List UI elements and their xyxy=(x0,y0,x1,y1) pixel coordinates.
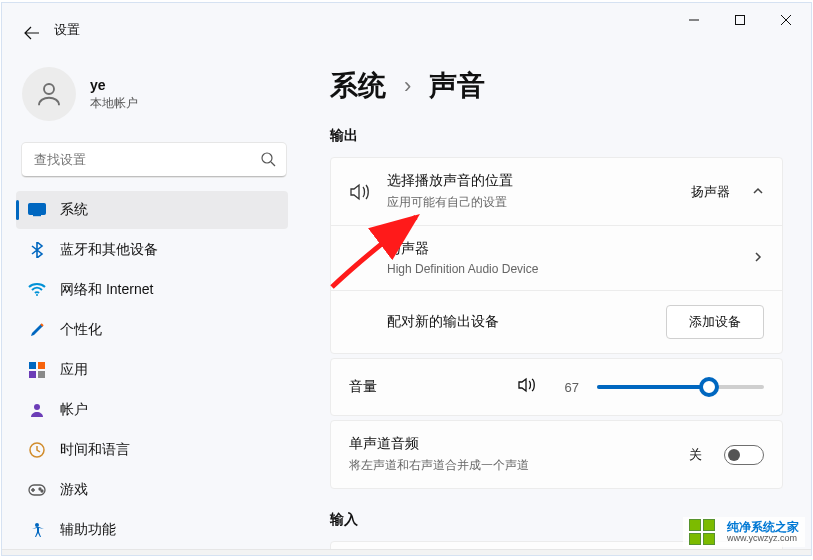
profile-block[interactable]: ye 本地帐户 xyxy=(16,55,292,139)
profile-name: ye xyxy=(90,77,138,93)
nav-item-gaming[interactable]: 游戏 xyxy=(16,471,288,509)
bluetooth-icon xyxy=(28,241,46,259)
output-choose-row[interactable]: 选择播放声音的位置 应用可能有自己的设置 扬声器 xyxy=(331,158,782,225)
nav-item-accounts[interactable]: 帐户 xyxy=(16,391,288,429)
breadcrumb: 系统 › 声音 xyxy=(330,67,783,105)
svg-point-15 xyxy=(35,523,39,527)
minimize-button[interactable] xyxy=(671,4,717,36)
breadcrumb-root[interactable]: 系统 xyxy=(330,67,386,105)
speaker-icon[interactable] xyxy=(517,377,537,397)
output-selected-value: 扬声器 xyxy=(691,183,730,201)
nav-label: 游戏 xyxy=(60,481,88,499)
row-title: 配对新的输出设备 xyxy=(387,313,650,331)
svg-point-14 xyxy=(41,490,43,492)
nav-item-time[interactable]: 时间和语言 xyxy=(16,431,288,469)
back-button[interactable] xyxy=(22,23,42,43)
nav-item-bluetooth[interactable]: 蓝牙和其他设备 xyxy=(16,231,288,269)
nav-label: 时间和语言 xyxy=(60,441,130,459)
svg-point-1 xyxy=(44,84,54,94)
row-title: 扬声器 xyxy=(387,240,736,258)
main-content: 系统 › 声音 输出 选择播放声音的位置 应用可能有自己的设置 扬声器 xyxy=(302,37,811,555)
volume-row: 音量 67 xyxy=(331,359,782,415)
row-title: 选择播放声音的位置 xyxy=(387,172,675,190)
watermark-url: www.ycwzyz.com xyxy=(727,533,799,543)
nav-label: 蓝牙和其他设备 xyxy=(60,241,158,259)
row-subtitle: 应用可能有自己的设置 xyxy=(387,194,675,211)
breadcrumb-page: 声音 xyxy=(429,67,485,105)
wifi-icon xyxy=(28,281,46,299)
nav-item-system[interactable]: 系统 xyxy=(16,191,288,229)
avatar xyxy=(22,67,76,121)
svg-point-2 xyxy=(262,153,272,163)
watermark: 纯净系统之家 www.ycwzyz.com xyxy=(683,517,805,547)
row-title: 单声道音频 xyxy=(349,435,673,453)
svg-rect-6 xyxy=(29,362,36,369)
volume-label: 音量 xyxy=(349,378,499,396)
chevron-right-icon: › xyxy=(404,73,411,99)
nav-label: 个性化 xyxy=(60,321,102,339)
mono-audio-row: 单声道音频 将左声道和右声道合并成一个声道 关 xyxy=(331,421,782,488)
row-subtitle: 将左声道和右声道合并成一个声道 xyxy=(349,457,673,474)
nav-label: 辅助功能 xyxy=(60,521,116,539)
output-section-label: 输出 xyxy=(330,127,783,145)
svg-rect-7 xyxy=(38,362,45,369)
svg-rect-4 xyxy=(33,215,41,216)
svg-rect-3 xyxy=(29,204,46,215)
nav-item-network[interactable]: 网络和 Internet xyxy=(16,271,288,309)
close-button[interactable] xyxy=(763,4,809,36)
svg-point-5 xyxy=(36,294,38,296)
svg-point-10 xyxy=(34,404,40,410)
pair-output-row: 配对新的输出设备 添加设备 xyxy=(331,290,782,353)
watermark-text: 纯净系统之家 xyxy=(727,521,799,533)
window-title: 设置 xyxy=(54,21,80,39)
taskbar xyxy=(2,549,811,555)
nav-item-accessibility[interactable]: 辅助功能 xyxy=(16,511,288,549)
svg-point-13 xyxy=(39,488,41,490)
nav-item-personalization[interactable]: 个性化 xyxy=(16,311,288,349)
system-icon xyxy=(28,201,46,219)
nav-label: 帐户 xyxy=(60,401,88,419)
output-device-row[interactable]: 扬声器 High Definition Audio Device xyxy=(331,225,782,290)
clock-icon xyxy=(28,441,46,459)
gamepad-icon xyxy=(28,481,46,499)
brush-icon xyxy=(28,321,46,339)
nav-label: 网络和 Internet xyxy=(60,281,153,299)
row-subtitle: High Definition Audio Device xyxy=(387,262,736,276)
add-device-button[interactable]: 添加设备 xyxy=(666,305,764,339)
svg-rect-9 xyxy=(38,371,45,378)
sidebar: ye 本地帐户 系统 蓝牙和其他设备 网络和 Inte xyxy=(2,37,302,555)
nav-list: 系统 蓝牙和其他设备 网络和 Internet 个性化 应用 xyxy=(16,191,292,549)
profile-subtitle: 本地帐户 xyxy=(90,95,138,112)
volume-value: 67 xyxy=(555,380,579,395)
search-icon xyxy=(260,151,276,171)
svg-rect-0 xyxy=(736,16,745,25)
apps-icon xyxy=(28,361,46,379)
volume-slider[interactable] xyxy=(597,385,764,389)
nav-item-apps[interactable]: 应用 xyxy=(16,351,288,389)
maximize-button[interactable] xyxy=(717,4,763,36)
accessibility-icon xyxy=(28,521,46,539)
svg-rect-8 xyxy=(29,371,36,378)
chevron-up-icon xyxy=(752,183,764,201)
person-icon xyxy=(28,401,46,419)
mono-state-label: 关 xyxy=(689,446,702,464)
search-input[interactable] xyxy=(22,143,286,177)
nav-label: 系统 xyxy=(60,201,88,219)
chevron-right-icon xyxy=(752,249,764,267)
speaker-icon xyxy=(349,183,371,201)
mono-toggle[interactable] xyxy=(724,445,764,465)
nav-label: 应用 xyxy=(60,361,88,379)
